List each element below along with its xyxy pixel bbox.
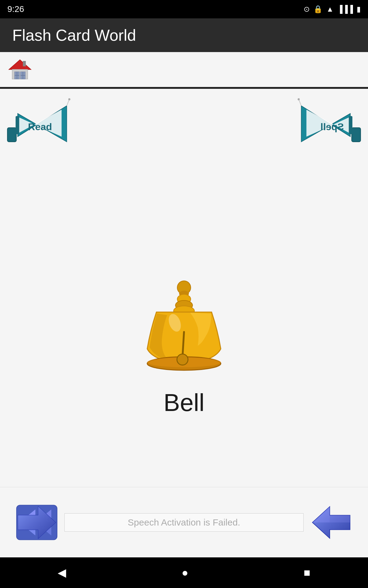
- spell-megaphone-icon: Spell: [296, 98, 363, 147]
- forward-arrow-icon: [305, 496, 357, 548]
- android-home-button[interactable]: ●: [182, 566, 188, 579]
- svg-point-14: [68, 98, 71, 100]
- bell-image: [135, 278, 233, 376]
- svg-line-13: [67, 99, 69, 106]
- android-nav-bar: ◀ ● ■: [0, 557, 368, 588]
- svg-rect-22: [349, 116, 352, 134]
- svg-text:Read: Read: [28, 121, 52, 132]
- signal-icon: ▐▐▐: [337, 5, 353, 13]
- android-back-button[interactable]: ◀: [58, 566, 66, 579]
- svg-marker-41: [312, 507, 330, 522]
- svg-rect-16: [352, 128, 361, 142]
- speech-status-text: Speech Activation is Failed.: [128, 517, 240, 528]
- app-title: Flash Card World: [12, 26, 136, 44]
- card-word: Bell: [163, 389, 204, 417]
- lock-icon: 🔒: [313, 5, 323, 13]
- next-button[interactable]: [304, 495, 359, 550]
- home-bar: [0, 52, 368, 89]
- read-megaphone-icon: Read: [5, 98, 72, 147]
- location-icon: ⊙: [304, 5, 310, 13]
- android-recents-button[interactable]: ■: [304, 566, 310, 579]
- svg-marker-42: [330, 515, 350, 522]
- home-button[interactable]: [6, 56, 34, 83]
- status-icons: ⊙ 🔒 ▲ ▐▐▐ ▮: [304, 5, 361, 13]
- spell-button[interactable]: Spell: [294, 95, 365, 150]
- home-icon: [8, 57, 32, 82]
- top-buttons: Read Spell: [0, 89, 368, 156]
- back-arrow-icon: [11, 496, 63, 548]
- bottom-navigation: Speech Activation is Failed.: [0, 487, 368, 557]
- read-button[interactable]: Read: [3, 95, 74, 150]
- battery-icon: ▮: [357, 5, 361, 13]
- speech-status: Speech Activation is Failed.: [64, 513, 304, 532]
- status-time: 9:26: [7, 4, 24, 14]
- svg-rect-9: [7, 128, 16, 142]
- svg-point-31: [177, 354, 188, 365]
- previous-button[interactable]: [9, 495, 64, 550]
- wifi-icon: ▲: [326, 5, 334, 13]
- svg-point-21: [298, 98, 300, 100]
- app-bar: Flash Card World: [0, 18, 368, 52]
- svg-rect-15: [16, 116, 19, 134]
- svg-rect-8: [23, 61, 26, 66]
- svg-marker-0: [9, 60, 31, 70]
- svg-text:Spell: Spell: [320, 121, 344, 132]
- status-bar: 9:26 ⊙ 🔒 ▲ ▐▐▐ ▮: [0, 0, 368, 18]
- svg-line-20: [299, 99, 301, 106]
